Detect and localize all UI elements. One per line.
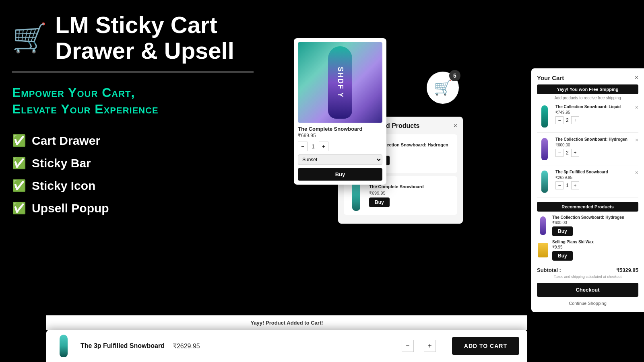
tagline: Empower your cart, Elevate your experien…: [12, 84, 262, 118]
continue-shopping-button[interactable]: Continue Shopping: [537, 301, 638, 306]
cart-item-2-price: ₹600.00: [555, 143, 638, 147]
cart-item-3: The 3p Fulfilled Snowboard ₹2629.95 − 1 …: [537, 169, 638, 198]
cart-rec-item-1-name: The Collection Snowboard: Hydrogen: [552, 215, 638, 220]
cart-rec-item-2: Selling Plans Ski Wax ₹9.95 Buy: [537, 239, 638, 261]
cart-rec-sb-yellow: [538, 243, 548, 257]
sticky-notification: Yayy! Product Added to Cart!: [46, 315, 527, 330]
cart-item-1-price: ₹749.95: [555, 110, 638, 115]
cart-rec-item-1: The Collection Snowboard: Hydrogen ₹600.…: [537, 215, 638, 236]
rec-item-2-name: The Complete Snowboard: [369, 184, 454, 189]
popup-product-name: The Complete Snowboard: [298, 126, 382, 132]
cart-rec-item-1-image: [537, 216, 549, 236]
tagline-line1: Empower your cart,: [12, 85, 135, 100]
product-popup-image: SHDF Y: [298, 42, 382, 123]
app-title-line1: LM Sticky Cart: [55, 12, 234, 38]
cart-item-2-qty-decrease[interactable]: −: [555, 149, 564, 157]
cart-item-3-remove-button[interactable]: ×: [635, 169, 638, 176]
add-to-cart-button[interactable]: ADD TO CART: [452, 337, 519, 355]
cart-icon: 🛒: [434, 79, 452, 96]
cart-item-2-qty-increase[interactable]: +: [571, 149, 579, 157]
checkout-button[interactable]: Checkout: [537, 283, 638, 297]
cart-subtotal: Subtotal : ₹5329.85: [537, 265, 638, 273]
cart-rec-item-1-buy-button[interactable]: Buy: [552, 226, 573, 236]
popup-qty-increase[interactable]: +: [319, 142, 328, 151]
cart-item-1-qty-controls: − 2 +: [555, 116, 638, 124]
feature-item-upsell-popup: ✅ Upsell Popup: [12, 202, 262, 215]
cart-item-2-name: The Collection Snowboard: Hydrogen: [555, 137, 638, 142]
cart-item-1-info: The Collection Snowboard: Liquid ₹749.95…: [555, 104, 638, 124]
cart-item-3-qty-value: 1: [566, 183, 569, 188]
cart-sb-purple: [541, 138, 548, 160]
sticky-product-info: The 3p Fulfilled Snowboard ₹2629.95: [80, 342, 394, 350]
sticky-qty-controls: − 1 +: [402, 340, 436, 352]
panel-close-button[interactable]: ×: [454, 122, 457, 130]
cart-item-3-qty-controls: − 1 +: [555, 181, 638, 189]
feature-item-sticky-bar: ✅ Sticky Bar: [12, 156, 262, 170]
feature-label: Sticky Bar: [32, 156, 91, 170]
feature-label: Upsell Popup: [32, 202, 109, 215]
cart-item-2-remove-button[interactable]: ×: [635, 137, 638, 143]
cart-item-1-name: The Collection Snowboard: Liquid: [555, 104, 638, 109]
cart-sb-teal: [541, 105, 548, 128]
cart-item-2-info: The Collection Snowboard: Hydrogen ₹600.…: [555, 137, 638, 157]
sticky-cart-icon[interactable]: 5 🛒: [427, 72, 459, 104]
sticky-snowboard: [60, 335, 68, 357]
title-divider: [12, 72, 254, 72]
snowboard-shape: SHDF Y: [328, 46, 352, 119]
free-shipping-sub: Add products to receive free shipping: [537, 96, 638, 100]
free-shipping-banner: Yayy! You won Free Shipping: [537, 84, 638, 94]
cart-item-1-qty-increase[interactable]: +: [571, 116, 579, 124]
popup-buy-button[interactable]: Buy: [298, 168, 382, 181]
cart-rec-item-2-price: ₹9.95: [552, 245, 638, 249]
feature-item-cart-drawer: ✅ Cart Drawer: [12, 134, 262, 148]
rec-item-2-info: The Complete Snowboard ₹699.95 Buy: [369, 184, 454, 207]
popup-qty-decrease[interactable]: −: [298, 142, 308, 151]
cart-logo-icon: 🛒: [12, 24, 47, 52]
sticky-qty-value: 1: [417, 342, 421, 350]
popup-color-select[interactable]: Sunset Ocean Forest Sky: [298, 154, 382, 165]
popup-qty-controls: − 1 +: [298, 142, 382, 151]
cart-item-1: The Collection Snowboard: Liquid ₹749.95…: [537, 104, 638, 133]
cart-rec-item-2-buy-button[interactable]: Buy: [552, 251, 573, 261]
cart-item-2-qty-value: 2: [566, 150, 569, 156]
sticky-qty-increase[interactable]: +: [424, 340, 436, 352]
cart-rec-section-title: Recommended Products: [537, 202, 638, 212]
check-icon: ✅: [12, 179, 26, 192]
cart-item-1-remove-button[interactable]: ×: [635, 104, 638, 111]
product-popup: × SHDF Y The Complete Snowboard ₹699.95 …: [294, 38, 386, 185]
cart-badge: 5: [449, 70, 460, 81]
cart-rec-item-2-info: Selling Plans Ski Wax ₹9.95 Buy: [552, 239, 638, 261]
left-section: 🛒 LM Sticky Cart Drawer & Upsell Empower…: [12, 12, 262, 215]
cart-item-1-image: [537, 104, 552, 128]
sticky-qty-decrease[interactable]: −: [402, 340, 414, 352]
cart-item-3-qty-decrease[interactable]: −: [555, 181, 564, 189]
cart-item-2-qty-controls: − 2 +: [555, 149, 638, 157]
app-title-line2: Drawer & Upsell: [55, 38, 234, 64]
cart-item-3-image: [537, 169, 552, 193]
cart-drawer-close-button[interactable]: ×: [635, 74, 638, 81]
rec-item-2-price: ₹699.95: [369, 191, 454, 196]
cart-drawer-title: Your Cart: [537, 74, 564, 81]
cart-tax-note: Taxes and shipping calculated at checkou…: [537, 275, 638, 279]
cart-sb-green: [541, 171, 548, 193]
cart-rec-item-2-image: [537, 240, 549, 260]
check-icon: ✅: [12, 156, 26, 170]
feature-list: ✅ Cart Drawer ✅ Sticky Bar ✅ Sticky Icon…: [12, 134, 262, 215]
snowboard-green: [352, 181, 360, 211]
cart-item-3-qty-increase[interactable]: +: [571, 181, 579, 189]
feature-label: Cart Drawer: [32, 134, 100, 148]
cart-item-1-qty-decrease[interactable]: −: [555, 116, 564, 124]
cart-item-2: The Collection Snowboard: Hydrogen ₹600.…: [537, 137, 638, 165]
feature-item-sticky-icon: ✅ Sticky Icon: [12, 179, 262, 193]
subtotal-label: Subtotal :: [537, 267, 561, 273]
subtotal-value: ₹5329.85: [616, 267, 638, 273]
sticky-product-name: The 3p Fulfilled Snowboard: [80, 342, 165, 350]
sticky-bar: The 3p Fulfilled Snowboard ₹2629.95 − 1 …: [46, 330, 527, 362]
logo-title: 🛒 LM Sticky Cart Drawer & Upsell: [12, 12, 262, 64]
check-icon: ✅: [12, 134, 26, 147]
cart-item-3-info: The 3p Fulfilled Snowboard ₹2629.95 − 1 …: [555, 169, 638, 189]
cart-item-3-name: The 3p Fulfilled Snowboard: [555, 169, 638, 175]
rec-item-2-buy-button[interactable]: Buy: [369, 197, 390, 207]
sticky-product-image: [54, 334, 72, 358]
tagline-line2: Elevate your experience: [12, 102, 159, 116]
